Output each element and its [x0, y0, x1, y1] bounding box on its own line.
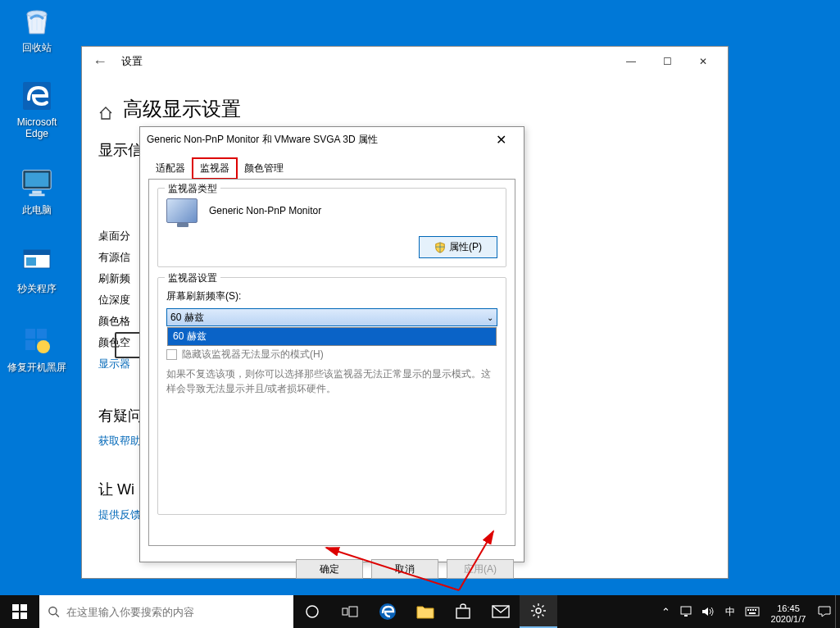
tray-network-icon[interactable] — [676, 595, 697, 628]
desktop-icon-thispc[interactable]: 此电脑 — [7, 166, 67, 217]
desktop-icon-recycle[interactable]: 回收站 — [7, 3, 67, 55]
cortana-icon — [305, 604, 320, 619]
monitor-settings-group-title: 监视器设置 — [165, 271, 220, 285]
mail-icon — [492, 605, 510, 618]
settings-title: 设置 — [121, 54, 143, 69]
svg-rect-31 — [746, 608, 759, 616]
start-button[interactable] — [0, 595, 39, 628]
settings-titlebar: ← 设置 — ☐ ✕ — [82, 47, 728, 76]
dialog-close-button[interactable]: ✕ — [484, 132, 517, 148]
kill-process-icon — [20, 244, 54, 279]
taskbar-app-settings[interactable] — [520, 595, 557, 628]
taskbar-app-explorer[interactable] — [406, 595, 444, 628]
svg-rect-19 — [20, 612, 27, 619]
edge-icon — [20, 79, 54, 113]
hide-modes-checkbox[interactable] — [166, 349, 177, 360]
desktop-icon-closeapp[interactable]: 秒关程序 — [7, 244, 67, 296]
task-view-button[interactable] — [331, 595, 369, 628]
refresh-rate-select[interactable]: 60 赫兹 ⌄ 60 赫兹 — [166, 308, 497, 326]
svg-rect-4 — [32, 191, 41, 194]
svg-rect-11 — [25, 340, 35, 350]
svg-rect-26 — [456, 608, 470, 618]
search-input[interactable] — [66, 606, 285, 618]
dialog-titlebar: Generic Non-PnP Monitor 和 VMware SVGA 3D… — [140, 127, 524, 152]
minimize-button[interactable]: — — [613, 49, 649, 74]
svg-rect-34 — [750, 609, 751, 611]
gear-icon — [530, 603, 547, 619]
tray-clock[interactable]: 16:45 2020/1/7 — [763, 598, 814, 625]
taskbar: ⌃ 中 16:45 2020/1/7 — [0, 595, 840, 628]
taskbar-search[interactable] — [39, 595, 293, 628]
tray-keyboard-icon[interactable] — [742, 595, 763, 628]
svg-rect-8 — [26, 257, 36, 266]
dialog-title: Generic Non-PnP Monitor 和 VMware SVGA 3D… — [147, 133, 378, 147]
hide-modes-label: 隐藏该监视器无法显示的模式(H) — [182, 348, 324, 362]
svg-rect-17 — [20, 604, 27, 611]
svg-rect-9 — [25, 329, 35, 339]
home-icon[interactable] — [98, 106, 113, 121]
svg-rect-35 — [752, 609, 754, 611]
tray-volume-icon[interactable] — [697, 595, 719, 628]
refresh-rate-dropdown: 60 赫兹 — [167, 327, 497, 346]
edge-icon — [378, 602, 397, 621]
tab-adapter[interactable]: 适配器 — [148, 158, 193, 179]
svg-rect-30 — [684, 615, 688, 617]
maximize-button[interactable]: ☐ — [649, 49, 685, 74]
cortana-button[interactable] — [293, 595, 331, 628]
monitor-icon — [166, 198, 198, 223]
svg-rect-33 — [747, 609, 749, 611]
task-view-icon — [342, 605, 358, 618]
svg-rect-18 — [12, 612, 19, 619]
dialog-button-row: 确定 取消 应用(A) — [140, 553, 524, 585]
refresh-rate-option[interactable]: 60 赫兹 — [168, 328, 496, 345]
tab-monitor[interactable]: 监视器 — [193, 158, 237, 179]
ok-button[interactable]: 确定 — [296, 559, 363, 579]
desktop-icon-label: 此电脑 — [7, 203, 67, 217]
folder-icon — [416, 604, 434, 619]
desktop-icon-label: 秒关程序 — [7, 282, 67, 296]
svg-rect-3 — [25, 173, 49, 187]
chevron-down-icon: ⌄ — [487, 313, 493, 322]
shield-icon — [434, 242, 446, 253]
monitor-settings-group: 监视器设置 屏幕刷新频率(S): 60 赫兹 ⌄ 60 赫兹 隐藏该监视器无法显… — [157, 277, 506, 515]
svg-rect-29 — [681, 607, 691, 614]
action-center-button[interactable] — [814, 595, 835, 628]
monitor-properties-dialog: Generic Non-PnP Monitor 和 VMware SVGA 3D… — [139, 126, 524, 562]
svg-rect-7 — [24, 250, 50, 255]
svg-rect-5 — [29, 193, 44, 196]
refresh-rate-label: 屏幕刷新频率(S): — [166, 289, 497, 303]
apply-button[interactable]: 应用(A) — [447, 559, 514, 579]
show-desktop-button[interactable] — [835, 595, 840, 628]
tray-overflow[interactable]: ⌃ — [655, 595, 676, 628]
dialog-tabs: 适配器 监视器 颜色管理 — [140, 152, 524, 179]
svg-point-20 — [49, 607, 57, 614]
svg-rect-24 — [349, 607, 357, 617]
desktop-icon-fixboot[interactable]: 修复开机黑屏 — [7, 323, 67, 375]
svg-point-13 — [37, 340, 50, 353]
taskbar-app-edge[interactable] — [369, 595, 406, 628]
hide-modes-hint: 如果不复选该项，则你可以选择那些该监视器无法正常显示的显示模式。这样会导致无法显… — [166, 366, 497, 396]
close-button[interactable]: ✕ — [685, 49, 721, 74]
tab-color-management[interactable]: 颜色管理 — [237, 158, 291, 179]
store-icon — [455, 603, 471, 620]
desktop-icon-edge[interactable]: Microsoft Edge — [7, 79, 67, 139]
back-button[interactable]: ← — [89, 50, 111, 73]
taskbar-app-mail[interactable] — [482, 595, 520, 628]
monitor-properties-button[interactable]: 属性(P) — [419, 236, 497, 258]
svg-point-28 — [536, 608, 541, 613]
tray-ime[interactable]: 中 — [719, 605, 742, 619]
desktop-icon-label: 修复开机黑屏 — [7, 361, 67, 375]
properties-button-label: 属性(P) — [449, 240, 482, 254]
page-heading: 高级显示设置 — [123, 96, 241, 122]
svg-point-22 — [306, 606, 318, 617]
desktop-icon-label: Microsoft Edge — [7, 116, 67, 139]
taskbar-app-store[interactable] — [444, 595, 482, 628]
cancel-button[interactable]: 取消 — [371, 559, 438, 579]
windows-logo-icon — [12, 604, 27, 619]
svg-rect-37 — [749, 612, 756, 614]
svg-rect-16 — [12, 604, 19, 611]
svg-rect-36 — [755, 609, 756, 611]
clock-date: 2020/1/7 — [763, 614, 814, 625]
computer-icon — [20, 166, 54, 200]
search-icon — [48, 605, 60, 618]
